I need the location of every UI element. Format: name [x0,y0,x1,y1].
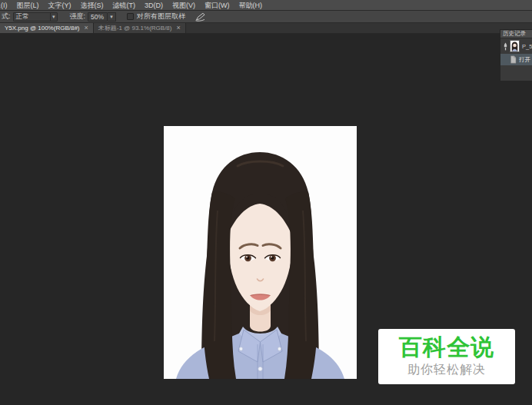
id-photo-illustration [164,126,357,379]
menu-item-type[interactable]: 文字(Y) [44,0,76,11]
history-panel-tab[interactable]: 历史记录 [500,30,532,38]
history-panel-title: 历史记录 [503,30,526,38]
document-tab-title: Y5X.png @ 100%(RGB/8#) [5,25,80,32]
document-state-icon [510,55,517,64]
snapshot-thumb-illustration [510,41,519,51]
brush-pen-icon [195,12,206,22]
mode-value: 正常 [14,12,29,22]
mode-dropdown[interactable]: 正常 ▾ [13,12,58,22]
history-panel: 历史记录 P_5N 打开 [500,29,532,81]
history-brush-source-toggle[interactable] [500,42,510,51]
menu-item-select[interactable]: 选择(S) [76,0,108,11]
strength-dropdown-button[interactable]: ▾ [108,12,116,22]
chevron-down-icon: ▾ [50,13,57,21]
watermark-badge: 百科全说 助你轻松解决 [378,329,515,384]
id-photo-document[interactable] [164,126,357,379]
history-brush-icon [502,42,509,51]
menu-item-image[interactable]: 图像(I) [0,0,12,11]
history-snapshot-thumbnail [510,40,520,52]
close-icon[interactable]: × [85,25,88,32]
menu-item-view[interactable]: 视图(V) [168,0,200,11]
history-snapshot-row[interactable]: P_5N [500,38,532,54]
menu-item-window[interactable]: 窗口(W) [200,0,234,11]
history-state-row-open[interactable]: 打开 [500,54,532,65]
document-tab-active[interactable]: Y5X.png @ 100%(RGB/8#) × [0,23,94,33]
document-tab-inactive[interactable]: 未标题-1 @ 93.1%(RGB/8) × [94,23,186,33]
menu-item-3d[interactable]: 3D(D) [140,0,168,11]
mode-label: 式: [2,12,11,22]
strength-input[interactable]: 50% [88,12,108,22]
strength-label: 强度: [70,12,86,22]
brush-settings-button[interactable] [195,12,206,22]
document-tab-bar: Y5X.png @ 100%(RGB/8#) × 未标题-1 @ 93.1%(R… [0,23,532,34]
close-icon[interactable]: × [176,25,180,32]
sample-all-layers-checkbox[interactable] [127,13,134,20]
watermark-title: 百科全说 [399,335,494,360]
tool-options-bar: 式: 正常 ▾ 强度: 50% ▾ 对所有图层取样 [0,11,532,23]
history-state-label: 打开 [519,56,530,64]
menu-item-layer[interactable]: 图层(L) [12,0,44,11]
watermark-subtitle: 助你轻松解决 [407,362,486,378]
document-tab-title: 未标题-1 @ 93.1%(RGB/8) [98,24,172,32]
menu-item-help[interactable]: 帮助(H) [234,0,268,11]
history-snapshot-label: P_5N [522,43,532,50]
menu-bar: 图像(I) 图层(L) 文字(Y) 选择(S) 滤镜(T) 3D(D) 视图(V… [0,0,532,11]
sample-all-layers-label: 对所有图层取样 [137,12,185,22]
chevron-down-icon: ▾ [110,14,113,20]
menu-item-filter[interactable]: 滤镜(T) [108,0,141,11]
strength-value: 50% [91,13,104,21]
